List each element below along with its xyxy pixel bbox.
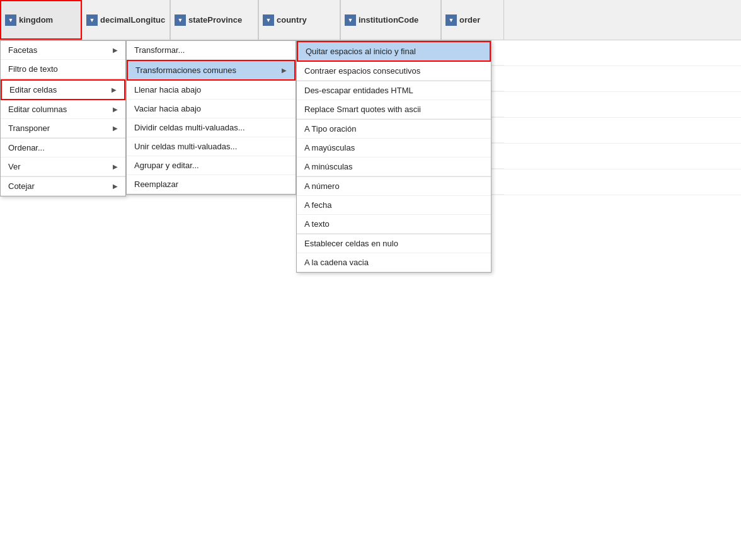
menu-item-facetas[interactable]: Facetas ▶ [1, 41, 125, 60]
menu-l3-des-escapar[interactable]: Des-escapar entidades HTML [297, 81, 491, 100]
header-row: ▼ kingdom ▼ decimalLongituc ▼ stateProvi… [0, 0, 741, 40]
dropdown-btn-stateProvince[interactable]: ▼ [175, 14, 186, 26]
menu-l3-replace-smart-label: Replace Smart quotes with ascii [304, 105, 421, 114]
menu-l2-transformar-label: Transformar... [134, 45, 185, 55]
header-institutionCode[interactable]: ▼ institutionCode [340, 0, 441, 40]
dropdown-btn-decimalLongitude[interactable]: ▼ [86, 14, 98, 26]
header-kingdom[interactable]: ▼ kingdom [0, 0, 82, 40]
menu-l3-quitar-espacios[interactable]: Quitar espacios al inicio y final [297, 41, 491, 62]
header-country[interactable]: ▼ country [258, 0, 340, 40]
menu-l2-unir-label: Unir celdas multi-valuadas... [134, 142, 237, 151]
arrow-right-icon-trans: ▶ [113, 125, 118, 132]
menu-l2-agrupar-label: Agrupar y editar... [134, 161, 199, 170]
dropdown-btn-institutionCode[interactable]: ▼ [345, 14, 356, 26]
dropdown-btn-order[interactable]: ▼ [445, 14, 457, 26]
menu-l2-dividir-celdas[interactable]: Dividir celdas multi-valuadas... [127, 118, 296, 137]
header-order[interactable]: ▼ order [441, 0, 504, 40]
menu-l2-transformaciones-label: Transformaciones comunes [135, 66, 236, 75]
menu-l3-minusculas[interactable]: A minúsculas [297, 157, 491, 176]
menu-item-facetas-label: Facetas [8, 45, 37, 55]
menu-l3-des-escapar-label: Des-escapar entidades HTML [304, 86, 413, 95]
menu-item-cotejar-label: Cotejar [8, 181, 35, 191]
menu-item-cotejar[interactable]: Cotejar ▶ [1, 177, 125, 196]
context-menu-l3: Quitar espacios al inicio y final Contra… [296, 40, 491, 273]
menu-item-transponer[interactable]: Transponer ▶ [1, 119, 125, 138]
menu-l3-texto-label: A texto [304, 219, 330, 229]
arrow-right-icon-editar: ▶ [112, 86, 117, 93]
menu-l3-establecer-nulo-label: Establecer celdas en nulo [304, 239, 398, 248]
arrow-right-icon-trans-com: ▶ [282, 67, 287, 74]
menu-l2-agrupar-editar[interactable]: Agrupar y editar... [127, 156, 296, 175]
menu-l2-reemplazar[interactable]: Reemplazar [127, 175, 296, 194]
menu-l3-texto[interactable]: A texto [297, 215, 491, 234]
menu-l3-minusculas-label: A minúsculas [304, 162, 353, 171]
menu-l3-establecer-nulo[interactable]: Establecer celdas en nulo [297, 234, 491, 253]
header-order-label: order [459, 15, 480, 25]
menu-item-editar-celdas[interactable]: Editar celdas ▶ [1, 79, 125, 100]
context-menu-l1: Facetas ▶ Filtro de texto Editar celdas … [0, 40, 126, 197]
menu-l2-vaciar-abajo[interactable]: Vaciar hacia abajo [127, 100, 296, 118]
header-decimalLongitude-label: decimalLongituc [100, 15, 165, 25]
menu-l2-vaciar-label: Vaciar hacia abajo [134, 104, 201, 113]
menu-l2-llenar-label: Llenar hacia abajo [134, 85, 201, 94]
header-institutionCode-label: institutionCode [359, 15, 418, 25]
arrow-right-icon: ▶ [113, 47, 118, 54]
menu-item-filtro-texto-label: Filtro de texto [8, 64, 58, 74]
menu-item-ordenar[interactable]: Ordenar... [1, 139, 125, 157]
menu-l3-cadena-vacia-label: A la cadena vacia [304, 258, 369, 267]
arrow-right-icon-cols: ▶ [113, 106, 118, 113]
header-stateProvince-label: stateProvince [188, 15, 242, 25]
header-decimalLongitude[interactable]: ▼ decimalLongituc [82, 0, 170, 40]
menu-item-filtro-texto[interactable]: Filtro de texto [1, 60, 125, 79]
menu-item-ver[interactable]: Ver ▶ [1, 157, 125, 176]
header-kingdom-label: kingdom [19, 15, 53, 25]
menu-l2-transformar[interactable]: Transformar... [127, 41, 296, 60]
menu-l3-tipo-oracion-label: A Tipo oración [304, 124, 356, 134]
menu-l3-cadena-vacia[interactable]: A la cadena vacia [297, 253, 491, 272]
menu-l3-mayusculas-label: A mayúsculas [304, 143, 355, 152]
header-stateProvince[interactable]: ▼ stateProvince [170, 0, 258, 40]
menu-item-ordenar-label: Ordenar... [8, 143, 45, 152]
menu-item-editar-columnas-label: Editar columnas [8, 105, 67, 114]
menu-l2-unir-celdas[interactable]: Unir celdas multi-valuadas... [127, 137, 296, 156]
menu-l2-dividir-label: Dividir celdas multi-valuadas... [134, 123, 245, 132]
menu-l3-replace-smart[interactable]: Replace Smart quotes with ascii [297, 100, 491, 119]
header-country-label: country [277, 15, 307, 25]
menu-l2-llenar-abajo[interactable]: Llenar hacia abajo [127, 81, 296, 100]
context-menu-l2: Transformar... Transformaciones comunes … [126, 40, 296, 195]
menu-item-transponer-label: Transponer [8, 123, 50, 133]
menu-l3-contraer-label: Contraer espacios consecutivos [304, 66, 420, 76]
menu-item-editar-columnas[interactable]: Editar columnas ▶ [1, 100, 125, 119]
dropdown-btn-country[interactable]: ▼ [263, 14, 274, 26]
menu-item-ver-label: Ver [8, 162, 21, 171]
menu-l3-quitar-espacios-label: Quitar espacios al inicio y final [306, 47, 416, 56]
arrow-right-icon-cotejar: ▶ [113, 183, 118, 190]
menu-l3-tipo-oracion[interactable]: A Tipo oración [297, 120, 491, 139]
menu-l3-fecha[interactable]: A fecha [297, 196, 491, 215]
arrow-right-icon-ver: ▶ [113, 163, 118, 170]
menu-l3-numero[interactable]: A número [297, 177, 491, 196]
menu-l3-contraer-espacios[interactable]: Contraer espacios consecutivos [297, 62, 491, 81]
dropdown-btn-kingdom[interactable]: ▼ [5, 14, 16, 26]
menu-l3-mayusculas[interactable]: A mayúsculas [297, 139, 491, 157]
menu-l3-numero-label: A número [304, 181, 340, 191]
table-wrapper: ▼ kingdom ▼ decimalLongituc ▼ stateProvi… [0, 0, 741, 195]
menu-l3-fecha-label: A fecha [304, 200, 331, 210]
menu-item-editar-celdas-label: Editar celdas [9, 85, 57, 94]
menu-l2-transformaciones-comunes[interactable]: Transformaciones comunes ▶ [127, 60, 296, 81]
menu-l2-reemplazar-label: Reemplazar [134, 180, 178, 189]
